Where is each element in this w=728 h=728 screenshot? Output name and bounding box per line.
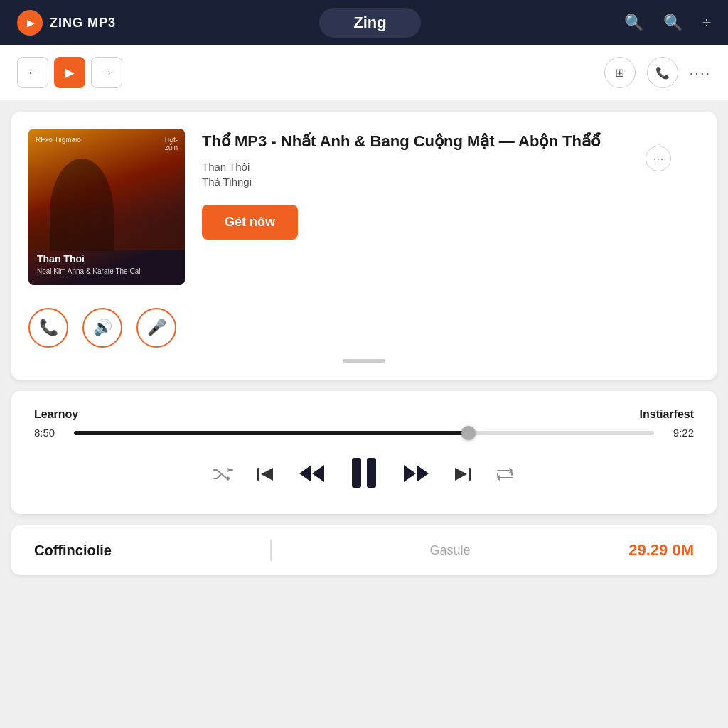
progress-row: 8:50 9:22 [34, 427, 694, 439]
player-labels: Learnoy Instiarfest [34, 408, 694, 421]
player-section: Learnoy Instiarfest 8:50 9:22 [11, 391, 717, 514]
action-row: 📞 🔊 🎤 [28, 302, 700, 348]
controls-row [34, 456, 694, 497]
pause-button[interactable] [348, 456, 380, 497]
current-time: 8:50 [34, 427, 63, 439]
center-label: Zing [353, 14, 386, 31]
more-icon: ··· [653, 151, 663, 166]
bottom-bar: Coffinciolie Gasule 29.29 0M [11, 525, 717, 575]
bookmark-icon: ⊞ [615, 66, 624, 80]
search2-icon[interactable]: 🔍 [663, 14, 682, 32]
progress-thumb[interactable] [461, 426, 476, 440]
album-art-title: Than Thoi [37, 252, 142, 267]
app-title: ZING MP3 [50, 16, 116, 31]
repeat-icon [495, 466, 515, 487]
bottom-mid-label: Gasule [429, 543, 470, 558]
next-skip-icon [454, 466, 472, 487]
prev-skip-button[interactable] [256, 466, 274, 487]
song-info: Thổ MP3 - Nhất Anh & Bang Cuộng Mật — Ab… [202, 129, 700, 240]
call-action-button[interactable]: 📞 [28, 308, 68, 348]
song-album: Thá Tihngi [202, 176, 700, 188]
menu-icon[interactable]: ÷ [702, 14, 711, 32]
get-now-button[interactable]: Gét nôw [202, 205, 298, 240]
svg-rect-5 [367, 458, 376, 488]
video-icon: ▶ [65, 65, 75, 80]
pause-icon [348, 456, 380, 497]
album-top-left-text: RFxo Tiigmaio [36, 136, 81, 144]
song-info-wrapper: Thổ MP3 - Nhất Anh & Bang Cuộng Mật — Ab… [202, 129, 700, 240]
content-row: RFxo Tiigmaio Tiợt-zùin Than Thoi Noal K… [28, 129, 700, 285]
bottom-right-value: 29.29 0M [628, 541, 694, 560]
album-art-inner: RFxo Tiigmaio Tiợt-zùin Than Thoi Noal K… [28, 129, 185, 285]
svg-rect-4 [352, 458, 361, 488]
rewind-icon [297, 463, 326, 490]
shuffle-button[interactable] [213, 466, 233, 486]
svg-rect-8 [469, 468, 471, 481]
main-panel: RFxo Tiigmaio Tiợt-zùin Than Thoi Noal K… [11, 112, 717, 380]
scroll-indicator [343, 359, 385, 363]
fastforward-icon [402, 463, 431, 490]
rewind-button[interactable] [297, 463, 326, 490]
header: ZING MP3 Zing 🔍 🔍 ÷ [0, 0, 728, 46]
mic-icon: 🎤 [147, 318, 166, 337]
player-left-label: Learnoy [34, 408, 78, 421]
svg-marker-7 [417, 465, 429, 482]
speaker-action-button[interactable]: 🔊 [82, 308, 122, 348]
album-art: RFxo Tiigmaio Tiợt-zùin Than Thoi Noal K… [28, 129, 185, 285]
svg-marker-6 [404, 465, 416, 482]
header-right: 🔍 🔍 ÷ [624, 14, 711, 32]
dots-menu[interactable]: ···· [690, 65, 711, 81]
toolbar-right: ⊞ 📞 ···· [604, 57, 711, 88]
toolbar-left: ← ▶ → [17, 57, 122, 88]
progress-bar[interactable] [74, 431, 654, 435]
svg-marker-1 [261, 468, 273, 481]
header-left: ZING MP3 [17, 10, 116, 36]
svg-marker-2 [299, 465, 311, 482]
svg-marker-9 [455, 468, 467, 481]
call-icon: 📞 [39, 318, 58, 337]
repeat-button[interactable] [495, 466, 515, 487]
back-icon: ← [26, 65, 39, 80]
phone-icon: 📞 [655, 66, 670, 80]
phone-button[interactable]: 📞 [647, 57, 678, 88]
forward-button[interactable]: → [91, 57, 122, 88]
album-art-text: Than Thoi Noal Kim Anna & Karate The Cal… [37, 252, 142, 277]
forward-icon: → [100, 65, 113, 80]
zing-logo-icon [17, 10, 43, 36]
bottom-divider [270, 540, 272, 561]
svg-marker-3 [312, 465, 324, 482]
back-button[interactable]: ← [17, 57, 48, 88]
player-right-label: Instiarfest [640, 408, 694, 421]
song-title: Thổ MP3 - Nhất Anh & Bang Cuộng Mật — Ab… [202, 132, 700, 152]
header-center: Zing [319, 8, 420, 38]
total-time: 9:22 [665, 427, 694, 439]
more-options-button[interactable]: ··· [646, 146, 671, 171]
toolbar: ← ▶ → ⊞ 📞 ···· [0, 46, 728, 100]
album-top-right-text: Tiợt-zùin [164, 136, 178, 151]
search-icon[interactable]: 🔍 [624, 14, 643, 32]
speaker-icon: 🔊 [93, 318, 112, 337]
prev-skip-icon [256, 466, 274, 487]
next-skip-button[interactable] [454, 466, 472, 487]
shuffle-icon [213, 466, 233, 486]
svg-rect-0 [257, 468, 259, 481]
bookmark-button[interactable]: ⊞ [604, 57, 636, 88]
song-artist: Than Thôi [202, 161, 700, 173]
mic-action-button[interactable]: 🎤 [136, 308, 176, 348]
video-button[interactable]: ▶ [54, 57, 85, 88]
fastforward-button[interactable] [402, 463, 431, 490]
progress-fill [74, 431, 469, 435]
album-art-sub: Noal Kim Anna & Karate The Call [37, 267, 142, 277]
bottom-left-label: Coffinciolie [34, 542, 112, 559]
